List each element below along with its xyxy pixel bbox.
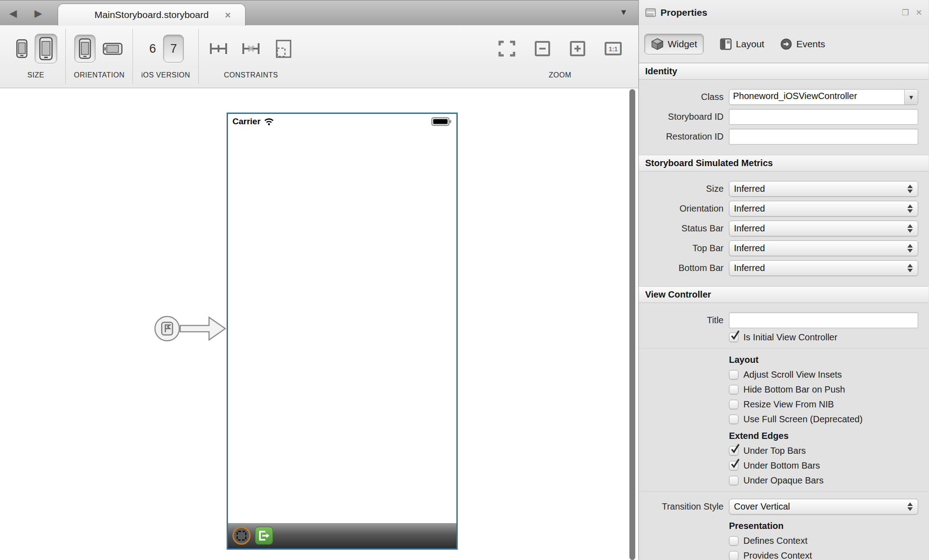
top-bar-metric-dropdown[interactable]: Inferred <box>729 240 918 256</box>
exit-segue-icon[interactable] <box>255 527 273 545</box>
orientation-metric-dropdown[interactable]: Inferred <box>729 201 918 217</box>
ios7-button[interactable]: 7 <box>163 35 184 63</box>
is-initial-view-controller-checkbox[interactable] <box>729 333 738 342</box>
status-bar-metric-dropdown[interactable]: Inferred <box>729 221 918 236</box>
panel-dock-icon[interactable]: ❐ <box>902 8 909 18</box>
wifi-icon <box>264 117 274 126</box>
section-identity-body: Class Phoneword_iOSViewController ▼ Stor… <box>639 80 929 155</box>
orientation-landscape-button[interactable] <box>101 35 124 63</box>
status-bar-metric-value: Inferred <box>729 223 905 234</box>
section-metrics-header: Storyboard Simulated Metrics <box>639 155 929 172</box>
layout-heading: Layout <box>729 355 929 365</box>
size-3-5-inch-button[interactable] <box>14 35 29 63</box>
panel-close-icon[interactable]: ✕ <box>915 8 922 18</box>
properties-window-icon <box>645 8 656 17</box>
provides-context-checkbox[interactable] <box>729 551 738 560</box>
ios-version-group-label: iOS VERSION <box>141 71 190 79</box>
tab-layout[interactable]: Layout <box>720 38 764 50</box>
size-metric-dropdown[interactable]: Inferred <box>729 181 918 197</box>
checkmark-icon <box>730 443 741 454</box>
class-combo-arrow-icon[interactable]: ▼ <box>904 90 918 104</box>
ios-designer-window: ◀ ▶ MainStoryboard.storyboard × ▼ <box>0 0 929 560</box>
layout-panes-icon <box>720 38 732 50</box>
tab-close-icon[interactable]: × <box>225 9 231 21</box>
property-tabs: Widget Layout Events <box>639 25 929 63</box>
stepper-icon <box>905 502 915 511</box>
tab-widget[interactable]: Widget <box>644 34 704 54</box>
initial-view-controller-arrow[interactable] <box>153 312 229 345</box>
orientation-portrait-button[interactable] <box>74 35 96 63</box>
panel-title: Properties <box>660 7 707 18</box>
tab-title: MainStoryboard.storyboard <box>95 9 209 20</box>
zoom-out-icon <box>534 40 551 57</box>
zoom-in-button[interactable] <box>567 35 588 63</box>
scrollbar-thumb[interactable] <box>629 89 635 560</box>
widget-cube-icon <box>651 38 664 50</box>
constraints-group: CONSTRAINTS <box>199 25 303 88</box>
orientation-metric-label: Orientation <box>639 203 724 214</box>
constraints-group-label: CONSTRAINTS <box>224 71 278 79</box>
tab-mainstoryboard[interactable]: MainStoryboard.storyboard × <box>58 4 246 26</box>
is-initial-view-controller-label: Is Initial View Controller <box>743 332 838 343</box>
hide-bottom-bar-on-push-label: Hide Bottom Bar on Push <box>743 384 845 395</box>
hide-bottom-bar-on-push-checkbox[interactable] <box>729 385 738 394</box>
stepper-icon <box>905 224 915 233</box>
orientation-group-label: ORIENTATION <box>74 71 124 79</box>
canvas-vertical-scrollbar[interactable] <box>629 89 636 560</box>
remove-constraint-icon <box>241 39 261 59</box>
adjust-scroll-view-insets-checkbox[interactable] <box>729 370 738 379</box>
section-view-controller-header: View Controller <box>639 286 929 303</box>
phone-portrait-icon <box>79 38 91 59</box>
tab-widget-label: Widget <box>668 39 697 50</box>
battery-icon <box>431 117 452 126</box>
nav-forward-icon[interactable]: ▶ <box>32 7 45 20</box>
resize-view-from-nib-checkbox[interactable] <box>729 400 738 409</box>
divider <box>639 348 929 348</box>
ios-version-group: 6 7 iOS VERSION <box>133 25 198 88</box>
zoom-fit-button[interactable] <box>496 35 518 63</box>
tab-overflow-icon[interactable]: ▼ <box>619 8 628 17</box>
presentation-heading: Presentation <box>729 521 929 531</box>
bottom-bar-metric-dropdown[interactable]: Inferred <box>729 260 918 276</box>
divider <box>639 491 929 492</box>
storyboard-id-field[interactable] <box>729 109 918 125</box>
bottom-bar-metric-value: Inferred <box>729 263 905 273</box>
orientation-metric-value: Inferred <box>729 203 905 214</box>
ios6-label: 6 <box>149 42 156 56</box>
zoom-out-button[interactable] <box>532 35 553 63</box>
svg-text:1:1: 1:1 <box>609 45 618 53</box>
update-frames-button[interactable] <box>272 35 295 63</box>
zoom-group: 1:1 ZOOM <box>488 25 632 88</box>
use-full-screen-label: Use Full Screen (Deprecated) <box>743 414 863 425</box>
class-combobox[interactable]: Phoneword_iOSViewController ▼ <box>729 89 918 105</box>
properties-panel: Properties ❐ ✕ Widget Layout <box>639 0 929 560</box>
nav-back-icon[interactable]: ◀ <box>6 7 20 20</box>
storyboard-canvas[interactable]: Carrier <box>0 88 638 560</box>
remove-constraint-button[interactable] <box>239 35 263 63</box>
events-arrow-icon <box>780 38 792 50</box>
transition-style-dropdown[interactable]: Cover Vertical <box>729 499 918 515</box>
restoration-id-field[interactable] <box>729 129 918 145</box>
under-bottom-bars-checkbox[interactable] <box>729 461 738 470</box>
view-controller-view[interactable]: Carrier <box>227 113 458 550</box>
stepper-icon <box>905 244 915 253</box>
under-opaque-bars-label: Under Opaque Bars <box>743 475 824 486</box>
add-constraint-button[interactable] <box>207 35 230 63</box>
class-value: Phoneword_iOSViewController <box>729 90 904 104</box>
view-controller-handle-icon[interactable] <box>232 527 250 545</box>
exit-arrow-icon <box>258 530 270 542</box>
zoom-actual-size-button[interactable]: 1:1 <box>602 35 624 63</box>
under-top-bars-checkbox[interactable] <box>729 446 738 456</box>
tab-events[interactable]: Events <box>780 38 825 50</box>
use-full-screen-checkbox[interactable] <box>729 415 738 424</box>
ios6-button[interactable]: 6 <box>147 35 158 63</box>
simulated-status-bar: Carrier <box>228 114 456 129</box>
extend-edges-heading: Extend Edges <box>729 431 929 441</box>
title-field[interactable] <box>729 312 918 328</box>
designer-toolbar: SIZE <box>0 25 638 88</box>
section-view-controller-body: Title Is Initial View Controller Layout … <box>639 303 929 560</box>
defines-context-checkbox[interactable] <box>729 536 738 546</box>
top-bar-metric-value: Inferred <box>729 243 905 253</box>
under-opaque-bars-checkbox[interactable] <box>729 476 738 485</box>
size-4-inch-button[interactable] <box>35 34 57 63</box>
